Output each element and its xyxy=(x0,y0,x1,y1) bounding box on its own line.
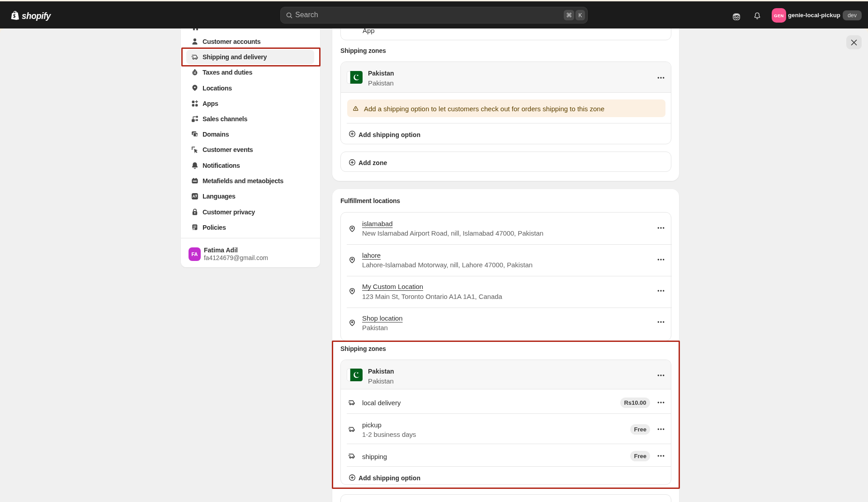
svg-text:A: A xyxy=(193,194,195,199)
